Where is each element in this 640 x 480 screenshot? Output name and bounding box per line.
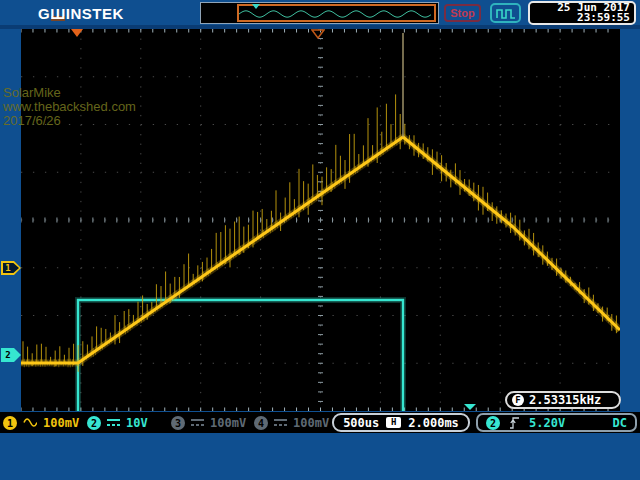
ch1-scale: 100mV (43, 416, 79, 430)
memory-position-marker-icon[interactable] (71, 29, 83, 37)
ch1-status[interactable]: 1 100mV (3, 412, 79, 433)
logo-w-glyph: Ш (50, 5, 66, 22)
logo-rest: INSTEK (66, 5, 124, 22)
ch2-status[interactable]: 2 10V (87, 412, 148, 433)
logo-g: G (38, 5, 50, 22)
window-timebase-value: 500us (343, 416, 379, 430)
preview-waveform-icon (239, 7, 434, 21)
ch3-status[interactable]: 3 100mV (171, 412, 246, 433)
trigger-level-value: 5.20V (529, 416, 565, 430)
trigger-source-badge: 2 (486, 416, 500, 430)
ch4-status[interactable]: 4 100mV (254, 412, 329, 433)
oscilloscope-screen: GШINSTEK Stop 25 Jun 2017 23:59:55 F 2.5… (0, 0, 640, 480)
watermark-line3: 2017/6/26 (3, 114, 136, 128)
zoom-window-frame[interactable] (237, 4, 436, 22)
timebase-readout[interactable]: 500us H 2.000ms (332, 413, 470, 432)
acquisition-stop-badge[interactable]: Stop (444, 4, 481, 22)
run-control-button[interactable] (490, 3, 521, 23)
trigger-position-marker-icon[interactable] (311, 29, 325, 39)
frequency-readout: F 2.53315kHz (505, 391, 621, 409)
dc-coupling-icon (191, 418, 204, 427)
ch2-number-badge: 2 (87, 416, 101, 430)
main-timebase-value: 2.000ms (408, 416, 459, 430)
ch2-offscreen-indicator-icon (464, 404, 476, 410)
brand-logo: GШINSTEK (38, 5, 124, 22)
ch4-number-badge: 4 (254, 416, 268, 430)
dc-coupling-icon (107, 418, 120, 427)
ch4-scale: 100mV (293, 416, 329, 430)
trigger-readout[interactable]: 2 5.20V DC (476, 413, 637, 432)
ch1-number-badge: 1 (3, 416, 17, 430)
watermark-line2: www.thebackshed.com (3, 100, 136, 114)
ch2-marker-label: 2 (1, 348, 15, 362)
ch1-marker-label: 1 (1, 261, 15, 275)
waveform-preview-window[interactable] (200, 2, 439, 24)
horizontal-main-icon: H (386, 417, 401, 428)
status-bar: 1 100mV 2 10V 3 100mV 4 100mV 500us H 2.… (0, 412, 640, 433)
watermark-text: SolarMike www.thebackshed.com 2017/6/26 (3, 86, 136, 128)
watermark-line1: SolarMike (3, 86, 136, 100)
top-bar: GШINSTEK Stop 25 Jun 2017 23:59:55 (0, 0, 640, 27)
rising-edge-icon (509, 416, 520, 430)
dc-coupling-icon (274, 418, 287, 427)
trigger-coupling-value: DC (613, 416, 627, 430)
ch3-scale: 100mV (210, 416, 246, 430)
ch2-ground-marker[interactable]: 2 (1, 348, 21, 362)
ac-coupling-icon (23, 418, 37, 427)
ch2-scale: 10V (126, 416, 148, 430)
ch1-ground-marker[interactable]: 1 (1, 261, 21, 275)
frequency-icon: F (512, 394, 524, 406)
time-text: 23:59:55 (534, 13, 630, 23)
pulse-icon (496, 7, 516, 20)
preview-trigger-marker-icon (252, 4, 260, 9)
frequency-value: 2.53315kHz (529, 393, 601, 407)
datetime-display: 25 Jun 2017 23:59:55 (528, 1, 636, 25)
ch3-number-badge: 3 (171, 416, 185, 430)
